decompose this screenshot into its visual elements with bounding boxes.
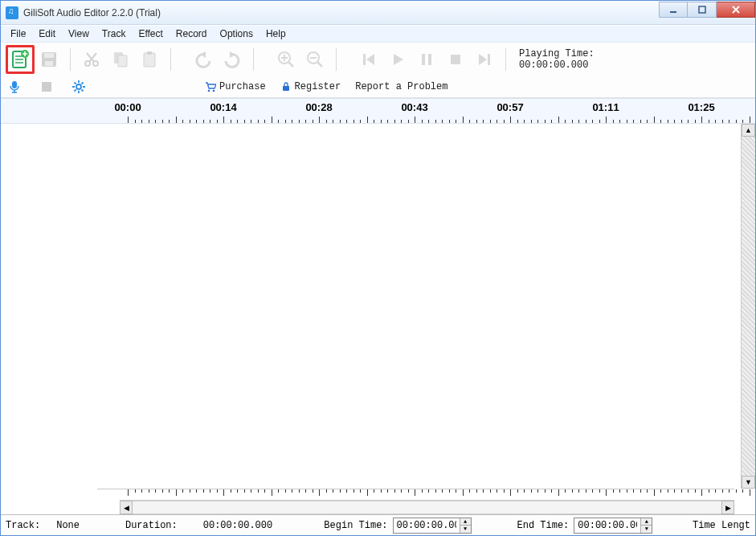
timeline-tick-label: 00:43	[401, 101, 427, 113]
cut-button[interactable]	[77, 45, 106, 74]
timeline-tick-label: 00:28	[305, 101, 332, 113]
play-button[interactable]	[383, 45, 412, 74]
spin-down-button[interactable]: ▼	[641, 525, 652, 533]
zoom-in-icon	[276, 50, 296, 69]
minimize-button[interactable]	[659, 2, 688, 18]
stop-small-icon	[41, 81, 52, 92]
scroll-up-button[interactable]: ▲	[742, 124, 755, 137]
purchase-link[interactable]: Purchase	[205, 81, 266, 92]
paste-button[interactable]	[135, 45, 164, 74]
menu-track[interactable]: Track	[96, 27, 133, 41]
svg-rect-5	[44, 53, 54, 58]
horizontal-scrollbar[interactable]: ◀ ▶	[120, 500, 734, 514]
vertical-scrollbar[interactable]: ▲ ▼	[741, 124, 755, 489]
maximize-button[interactable]	[688, 2, 717, 18]
end-time-spinbox[interactable]: ▲▼	[574, 518, 652, 534]
playing-time-panel: Playing Time: 00:00:00.000	[519, 48, 595, 71]
svg-rect-15	[363, 54, 366, 65]
duration-label: Duration:	[125, 520, 178, 531]
undo-icon	[194, 50, 213, 69]
menu-edit[interactable]: Edit	[32, 27, 62, 41]
track-label: Track:	[6, 520, 40, 531]
zoom-out-button[interactable]	[300, 45, 329, 74]
svg-rect-21	[42, 82, 51, 92]
register-link[interactable]: Register	[280, 81, 341, 92]
skip-start-button[interactable]	[354, 45, 383, 74]
status-duration: Duration: 00:00:00.000	[125, 520, 272, 531]
spin-up-button[interactable]: ▲	[460, 518, 471, 526]
pause-button[interactable]	[412, 45, 441, 74]
end-time-input[interactable]	[574, 518, 640, 533]
end-time-label: End Time:	[517, 520, 569, 531]
skip-end-button[interactable]	[470, 45, 499, 74]
timeline-tick-label: 00:00	[114, 101, 141, 113]
titlebar[interactable]: GiliSoft Audio Editor 2.2.0 (Trial)	[1, 1, 755, 25]
track-value: None	[56, 520, 80, 531]
svg-rect-18	[451, 55, 460, 64]
svg-rect-11	[144, 53, 155, 67]
menu-view[interactable]: View	[62, 27, 96, 41]
svg-rect-12	[147, 51, 152, 55]
record-stop-button[interactable]	[38, 78, 55, 96]
timeline-tick-label: 01:25	[688, 101, 714, 113]
separator	[336, 48, 337, 71]
skip-end-icon	[476, 51, 492, 68]
copy-button[interactable]	[106, 45, 135, 74]
separator	[170, 48, 171, 71]
copy-icon	[111, 50, 130, 69]
skip-start-icon	[361, 51, 377, 68]
begin-time-spinbox[interactable]: ▲▼	[393, 518, 472, 534]
svg-rect-20	[12, 81, 17, 88]
spin-down-button[interactable]: ▼	[460, 525, 471, 533]
spin-up-button[interactable]: ▲	[641, 518, 652, 526]
menu-effect[interactable]: Effect	[132, 27, 169, 41]
svg-rect-6	[45, 61, 53, 66]
status-end: End Time: ▲▼	[517, 518, 652, 534]
close-icon	[732, 6, 740, 14]
toolbar-main: Playing Time: 00:00:00.000	[1, 43, 755, 76]
close-button[interactable]	[717, 2, 755, 18]
bottom-ruler	[97, 489, 734, 500]
report-problem-link[interactable]: Report a Problem	[355, 81, 447, 92]
begin-time-label: Begin Time:	[324, 520, 387, 531]
time-length-label: Time Lengt	[693, 520, 750, 531]
undo-button[interactable]	[189, 45, 218, 74]
record-mic-button[interactable]	[6, 78, 23, 96]
begin-time-input[interactable]	[394, 518, 460, 533]
redo-button[interactable]	[218, 45, 247, 74]
timeline-ruler[interactable]: 00:00 00:14 00:28 00:43 00:57 01:11 01:2…	[1, 98, 755, 124]
new-file-button[interactable]	[6, 45, 35, 74]
scroll-track[interactable]	[133, 501, 721, 514]
settings-button[interactable]	[70, 78, 88, 96]
svg-rect-17	[428, 54, 431, 65]
svg-rect-1	[699, 6, 705, 13]
menu-file[interactable]: File	[4, 27, 32, 41]
paste-icon	[140, 50, 159, 69]
cart-icon	[205, 81, 216, 92]
window-title: GiliSoft Audio Editor 2.2.0 (Trial)	[23, 7, 161, 18]
purchase-label: Purchase	[219, 81, 266, 92]
register-label: Register	[295, 81, 341, 92]
redo-icon	[223, 50, 242, 69]
waveform-area[interactable]	[1, 124, 741, 489]
stop-button[interactable]	[441, 45, 470, 74]
menu-options[interactable]: Options	[214, 27, 259, 41]
timeline-tick-label: 00:57	[497, 101, 523, 113]
window-buttons	[659, 8, 755, 18]
zoom-in-button[interactable]	[272, 45, 300, 74]
menu-record[interactable]: Record	[170, 27, 214, 41]
scroll-right-button[interactable]: ▶	[721, 501, 734, 514]
svg-rect-10	[118, 55, 127, 67]
scroll-left-button[interactable]: ◀	[120, 501, 133, 514]
new-file-icon	[10, 49, 31, 70]
scroll-down-button[interactable]: ▼	[742, 476, 755, 489]
duration-value: 00:00:00.000	[203, 520, 272, 531]
toolbars: Playing Time: 00:00:00.000 Purchase	[1, 43, 755, 98]
status-begin: Begin Time: ▲▼	[324, 518, 471, 534]
menu-help[interactable]: Help	[259, 27, 292, 41]
pause-icon	[419, 51, 435, 68]
report-label: Report a Problem	[355, 81, 447, 92]
save-button[interactable]	[35, 45, 63, 74]
scroll-track[interactable]	[742, 137, 755, 476]
stop-icon	[447, 51, 464, 68]
